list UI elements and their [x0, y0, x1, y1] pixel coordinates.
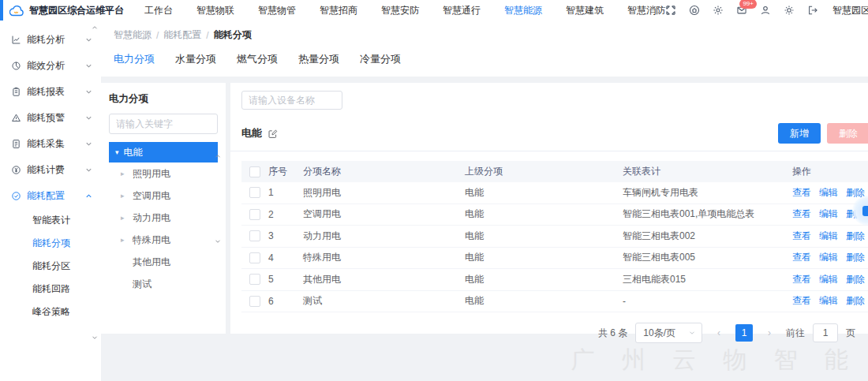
- page-size-value: 10条/页: [643, 327, 675, 340]
- nav-workbench[interactable]: 工作台: [144, 4, 173, 17]
- row-checkbox[interactable]: [249, 252, 260, 263]
- row-checkbox[interactable]: [249, 274, 260, 285]
- cell-parent: 电能: [465, 251, 623, 264]
- edit-link[interactable]: 编辑: [819, 230, 838, 243]
- view-link[interactable]: 查看: [792, 273, 811, 286]
- tab-water[interactable]: 水量分项: [175, 52, 216, 66]
- device-search-input[interactable]: [241, 91, 342, 110]
- sidebar-item-energy-config[interactable]: 能耗配置: [0, 183, 101, 209]
- nav-security[interactable]: 智慧安防: [381, 4, 419, 17]
- tree-scroll-down-icon[interactable]: [214, 237, 222, 245]
- tab-electric[interactable]: 电力分项: [114, 52, 155, 66]
- delete-link[interactable]: 删除: [846, 251, 865, 264]
- sidebar-subitem-energy-breakdown[interactable]: 能耗分项: [0, 232, 101, 255]
- fullscreen-icon[interactable]: [665, 5, 676, 16]
- sidebar-item-efficiency-analysis[interactable]: 能效分析: [0, 53, 101, 79]
- tab-heat[interactable]: 热量分项: [298, 52, 339, 66]
- row-checkbox[interactable]: [249, 209, 260, 220]
- sidebar-subitem-peak-valley[interactable]: 峰谷策略: [0, 301, 101, 323]
- page-size-select[interactable]: 10条/页: [635, 323, 702, 343]
- sidebar-scroll-down-icon[interactable]: [91, 334, 99, 342]
- category-tabs: 电力分项 水量分项 燃气分项 热量分项 冷量分项: [114, 52, 855, 77]
- row-actions: 查看 编辑 删除: [792, 294, 868, 308]
- row-checkbox[interactable]: [249, 230, 260, 241]
- tree-node-other[interactable]: 其他用电: [109, 251, 218, 273]
- add-button[interactable]: 新增: [778, 123, 821, 144]
- tab-cooling[interactable]: 冷量分项: [360, 52, 401, 66]
- caret-right-icon[interactable]: ▸: [121, 215, 129, 222]
- theme-settings-icon[interactable]: [784, 5, 795, 16]
- edit-link[interactable]: 编辑: [819, 273, 838, 286]
- pagination: 共 6 条 10条/页 ‹ 1 › 前往 页: [230, 312, 868, 343]
- edit-icon[interactable]: [268, 129, 278, 139]
- tree-scroll-up-icon[interactable]: [214, 152, 222, 160]
- row-checkbox[interactable]: [249, 296, 260, 307]
- col-header-meters: 关联表计: [623, 165, 792, 178]
- sidebar: 能耗分析 能效分析: [0, 21, 101, 381]
- delete-link[interactable]: 删除: [846, 294, 865, 308]
- tree-node-hvac[interactable]: ▸ 空调用电: [109, 185, 218, 207]
- delete-button[interactable]: 删除: [827, 123, 868, 144]
- nav-iot[interactable]: 智慧物联: [196, 4, 234, 17]
- gear-icon[interactable]: [713, 5, 724, 16]
- nav-fire[interactable]: 智慧消防: [627, 4, 665, 17]
- edit-link[interactable]: 编辑: [819, 294, 838, 308]
- park-name-text[interactable]: 智慧园区: [832, 4, 868, 17]
- view-link[interactable]: 查看: [792, 294, 811, 308]
- sidebar-item-energy-analysis[interactable]: 能耗分析: [0, 27, 101, 53]
- nav-energy[interactable]: 智慧能源: [504, 4, 542, 17]
- nav-property[interactable]: 智慧物管: [258, 4, 296, 17]
- caret-right-icon[interactable]: ▸: [121, 170, 129, 177]
- tree-node-lighting[interactable]: ▸ 照明用电: [109, 162, 218, 185]
- user-icon[interactable]: [760, 5, 771, 16]
- chevron-down-icon: [84, 88, 93, 96]
- sidebar-item-energy-billing[interactable]: 能耗计费: [0, 157, 101, 183]
- caret-down-icon[interactable]: ▾: [115, 149, 119, 156]
- cell-meters: 智能三相电表005: [623, 251, 792, 264]
- sidebar-subitem-smart-meters[interactable]: 智能表计: [0, 209, 101, 232]
- tree-node-special[interactable]: ▸ 特殊用电: [109, 229, 218, 251]
- view-link[interactable]: 查看: [792, 230, 811, 243]
- delete-link[interactable]: 删除: [846, 230, 865, 243]
- tab-gas[interactable]: 燃气分项: [237, 52, 278, 66]
- delete-link[interactable]: 删除: [846, 273, 865, 286]
- select-all-checkbox[interactable]: [249, 166, 260, 177]
- caret-right-icon[interactable]: ▸: [121, 237, 129, 244]
- nav-access[interactable]: 智慧通行: [443, 4, 481, 17]
- tree-node-root[interactable]: ▾ 电能: [109, 142, 218, 162]
- view-link[interactable]: 查看: [792, 251, 811, 264]
- prev-page-button[interactable]: ‹: [710, 324, 728, 342]
- sidebar-subitem-energy-zones[interactable]: 能耗分区: [0, 255, 101, 278]
- next-page-button[interactable]: ›: [761, 324, 778, 342]
- sidebar-item-energy-alert[interactable]: 能耗预警: [0, 105, 101, 131]
- table-action-buttons: 新增 删除: [778, 123, 868, 144]
- view-link[interactable]: 查看: [792, 186, 811, 200]
- sidebar-item-label: 能耗分析: [27, 33, 65, 47]
- caret-right-icon[interactable]: ▸: [121, 192, 129, 200]
- edit-link[interactable]: 编辑: [819, 186, 838, 200]
- sidebar-item-label: 能耗配置: [27, 189, 65, 203]
- cell-name: 动力用电: [303, 230, 465, 243]
- view-link[interactable]: 查看: [792, 207, 811, 221]
- current-page-button[interactable]: 1: [735, 324, 753, 342]
- home-icon[interactable]: [689, 5, 700, 16]
- edit-link[interactable]: 编辑: [819, 207, 838, 221]
- tree-node-power[interactable]: ▸ 动力用电: [109, 207, 218, 229]
- breadcrumb-separator: /: [156, 30, 159, 41]
- sidebar-scroll-up-icon[interactable]: [91, 24, 99, 32]
- nav-leasing[interactable]: 智慧招商: [320, 4, 357, 17]
- tree-node-test[interactable]: 测试: [109, 273, 218, 295]
- edit-link[interactable]: 编辑: [819, 251, 838, 264]
- nav-building[interactable]: 智慧建筑: [566, 4, 604, 17]
- sidebar-subitem-energy-circuits[interactable]: 能耗回路: [0, 278, 101, 301]
- sidebar-item-energy-collection[interactable]: 能耗采集: [0, 131, 101, 157]
- sidebar-item-energy-report[interactable]: 能耗报表: [0, 79, 101, 105]
- goto-page-input[interactable]: [813, 323, 838, 342]
- breadcrumb-item[interactable]: 能耗配置: [163, 28, 201, 42]
- currency-icon: [11, 165, 21, 175]
- row-checkbox[interactable]: [249, 187, 260, 198]
- tree-search-input[interactable]: [109, 114, 218, 134]
- chart-icon: [11, 35, 21, 45]
- logout-icon[interactable]: [807, 5, 818, 16]
- breadcrumb-item[interactable]: 智慧能源: [114, 28, 152, 42]
